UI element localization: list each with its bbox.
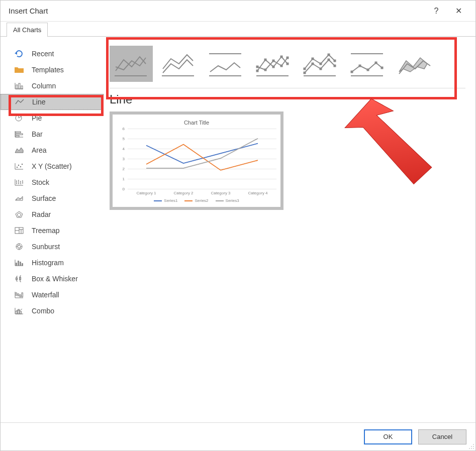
- help-button[interactable]: ?: [425, 1, 447, 22]
- sidebar-item-label: Radar: [32, 210, 51, 218]
- svg-rect-29: [20, 311, 22, 314]
- svg-rect-18: [18, 261, 19, 266]
- svg-point-64: [473, 444, 474, 445]
- chart-preview[interactable]: Chart Title 0123456 Category 1Category 2…: [110, 111, 283, 210]
- legend-item: Series3: [216, 198, 239, 203]
- chart-plot-area: 0123456: [117, 129, 276, 189]
- svg-rect-5: [16, 132, 21, 133]
- x-y-scatter--icon: [14, 161, 25, 171]
- svg-rect-20: [22, 263, 23, 266]
- sidebar-item-area[interactable]: Area: [1, 142, 104, 158]
- svg-rect-47: [312, 63, 314, 65]
- column-icon: [14, 81, 25, 91]
- subtype-stacked-line-with-markers[interactable]: [299, 46, 342, 82]
- svg-rect-2: [19, 83, 20, 89]
- svg-point-66: [473, 446, 474, 447]
- sunburst-icon: [14, 242, 25, 252]
- y-tick-label: 4: [123, 147, 125, 151]
- chart-preview-title: Chart Title: [117, 120, 276, 126]
- close-button[interactable]: ✕: [447, 1, 469, 22]
- surface-icon: [14, 193, 25, 203]
- sidebar-item-pie[interactable]: Pie: [1, 110, 104, 126]
- svg-rect-58: [351, 71, 353, 73]
- gridline: [128, 189, 276, 189]
- sidebar-item-label: Histogram: [32, 259, 64, 267]
- tab-all-charts[interactable]: All Charts: [7, 23, 48, 37]
- svg-rect-61: [375, 62, 377, 64]
- svg-rect-52: [312, 58, 314, 60]
- svg-rect-54: [328, 54, 330, 56]
- svg-point-68: [471, 448, 472, 449]
- svg-point-69: [473, 448, 474, 449]
- svg-rect-24: [18, 294, 19, 296]
- sidebar-item-label: Waterfall: [32, 291, 59, 299]
- help-icon: ?: [434, 7, 439, 16]
- sidebar-item-combo[interactable]: Combo: [1, 303, 104, 319]
- legend-swatch-icon: [154, 200, 162, 201]
- subtype-line[interactable]: [110, 46, 153, 82]
- svg-point-67: [469, 448, 470, 449]
- svg-marker-13: [17, 213, 21, 216]
- svg-rect-1: [16, 85, 18, 89]
- subtype-stacked-line[interactable]: [157, 46, 200, 82]
- y-tick-label: 0: [123, 187, 125, 191]
- sidebar-item-radar[interactable]: Radar: [1, 206, 104, 222]
- dialog-title: Insert Chart: [9, 7, 425, 15]
- bar-icon: [14, 129, 25, 139]
- x-category-label: Category 3: [202, 191, 239, 195]
- svg-rect-44: [287, 57, 289, 59]
- chart-subtype-row: [110, 46, 465, 88]
- svg-point-9: [18, 165, 19, 166]
- chart-category-sidebar: RecentTemplatesColumnLinePieBarAreaX Y (…: [1, 37, 104, 422]
- svg-marker-0: [15, 52, 17, 55]
- svg-rect-19: [20, 262, 21, 266]
- legend-item: Series2: [184, 198, 208, 203]
- sidebar-item-label: Stock: [32, 178, 49, 186]
- pie-icon: [14, 113, 25, 123]
- main-area: RecentTemplatesColumnLinePieBarAreaX Y (…: [1, 37, 475, 422]
- sidebar-item-surface[interactable]: Surface: [1, 190, 104, 206]
- sidebar-item-bar[interactable]: Bar: [1, 126, 104, 142]
- svg-rect-26: [22, 293, 23, 297]
- x-category-label: Category 2: [165, 191, 202, 195]
- sidebar-item-box-whisker[interactable]: Box & Whisker: [1, 271, 104, 287]
- cancel-button[interactable]: Cancel: [418, 429, 466, 444]
- dialog-footer: OK Cancel: [1, 422, 475, 450]
- sidebar-item-templates[interactable]: Templates: [1, 62, 104, 78]
- svg-rect-23: [16, 293, 17, 295]
- legend-swatch-icon: [184, 200, 193, 201]
- histogram-icon: [14, 258, 25, 268]
- sidebar-item-column[interactable]: Column: [1, 78, 104, 94]
- svg-rect-40: [256, 66, 259, 68]
- subtype-3-d-line[interactable]: [393, 46, 436, 82]
- sidebar-item-treemap[interactable]: Treemap: [1, 222, 104, 239]
- sidebar-item-histogram[interactable]: Histogram: [1, 255, 104, 271]
- treemap-icon: [14, 225, 25, 236]
- svg-rect-42: [272, 60, 275, 62]
- series-line-series1: [146, 144, 258, 163]
- ok-button[interactable]: OK: [364, 429, 412, 444]
- subtype-line-with-markers[interactable]: [251, 46, 295, 82]
- sidebar-item-waterfall[interactable]: Waterfall: [1, 287, 104, 303]
- box-whisker-icon: [14, 274, 25, 284]
- sidebar-item-sunburst[interactable]: Sunburst: [1, 239, 104, 255]
- svg-rect-39: [287, 63, 289, 65]
- subtype-100-stacked-line[interactable]: [204, 46, 247, 82]
- sidebar-item-recent[interactable]: Recent: [1, 46, 104, 62]
- chart-x-labels: Category 1Category 2Category 3Category 4: [117, 189, 276, 195]
- templates-icon: [14, 65, 25, 75]
- sidebar-item-stock[interactable]: Stock: [1, 174, 104, 190]
- resize-grip-icon[interactable]: [468, 443, 474, 449]
- subtype-100-stacked-line-with-markers[interactable]: [346, 46, 389, 82]
- chart-lines: [128, 129, 276, 188]
- sidebar-item-label: Box & Whisker: [32, 275, 78, 283]
- svg-rect-41: [264, 69, 267, 71]
- sidebar-item-label: Templates: [32, 66, 64, 74]
- svg-rect-55: [334, 60, 336, 62]
- stock-icon: [14, 177, 25, 187]
- svg-rect-38: [280, 56, 283, 58]
- sidebar-item-x-y-scatter-[interactable]: X Y (Scatter): [1, 158, 104, 174]
- svg-rect-62: [381, 67, 384, 69]
- sidebar-item-line[interactable]: Line: [1, 94, 104, 110]
- svg-point-11: [22, 164, 23, 165]
